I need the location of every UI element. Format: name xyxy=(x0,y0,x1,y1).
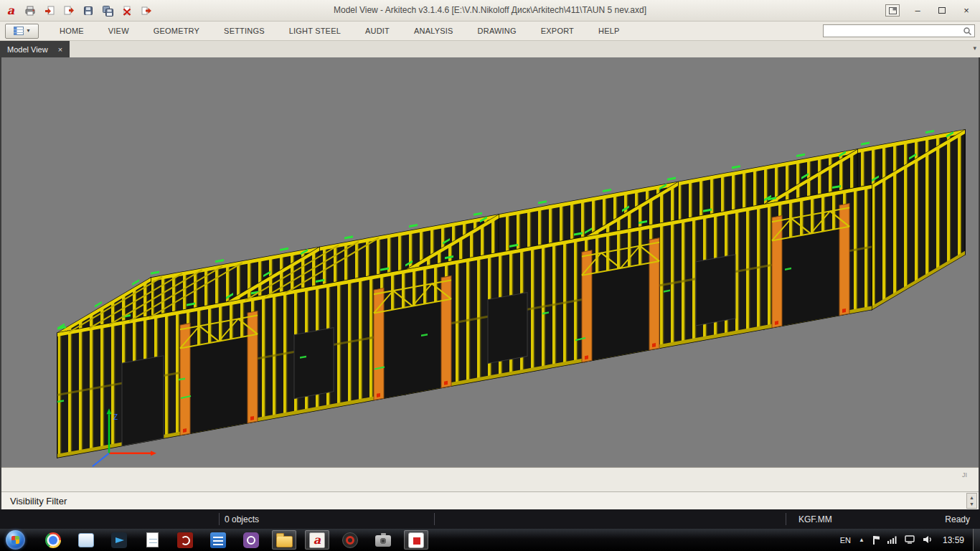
menu-item-light-steel[interactable]: LIGHT STEEL xyxy=(277,22,353,40)
status-object-count: 0 objects xyxy=(225,514,259,524)
menu-item-export[interactable]: EXPORT xyxy=(529,22,586,40)
export-file-icon[interactable] xyxy=(62,4,75,17)
arkitech-icon[interactable] xyxy=(305,530,329,550)
quick-access-toolbar: a xyxy=(4,4,153,17)
tab-model-view[interactable]: Model View × xyxy=(0,41,70,57)
folder-icon[interactable] xyxy=(272,530,296,550)
menu-item-help[interactable]: HELP xyxy=(586,22,632,40)
model-viewport[interactable]: Z xyxy=(1,57,979,467)
delete-icon[interactable] xyxy=(121,4,133,17)
camera-icon[interactable] xyxy=(371,530,395,550)
viber-icon[interactable] xyxy=(239,530,263,550)
search-icon[interactable] xyxy=(963,27,972,36)
tab-list-chevron-icon[interactable]: ▾ xyxy=(973,44,976,52)
status-ready: Ready xyxy=(945,514,970,524)
status-bar: 0 objects KGF.MM Ready xyxy=(0,509,980,529)
application-window: a Model View - Arkitech v3.1.4 xyxy=(0,0,980,551)
menu-items: HOME VIEW GEOMETRY SETTINGS LIGHT STEEL … xyxy=(47,22,632,40)
tab-strip: Model View × ▾ xyxy=(0,41,980,57)
visibility-filter-title[interactable]: Visibility Filter xyxy=(10,496,67,507)
maximize-icon xyxy=(938,7,946,14)
taskbar-icons xyxy=(41,530,428,550)
window-controls: – × xyxy=(885,4,973,17)
print-icon[interactable] xyxy=(24,4,37,17)
language-indicator[interactable]: EN xyxy=(840,536,851,545)
tab-label: Model View xyxy=(7,45,48,54)
action-center-flag-icon[interactable] xyxy=(872,536,880,545)
model-viewport-canvas[interactable]: Z xyxy=(1,57,979,467)
menu-item-audit[interactable]: AUDIT xyxy=(353,22,402,40)
menu-item-analysis[interactable]: ANALYSIS xyxy=(402,22,466,40)
minimize-button[interactable]: – xyxy=(911,4,924,17)
status-separator xyxy=(219,513,220,525)
media-player-icon[interactable] xyxy=(338,530,362,550)
status-separator xyxy=(786,513,786,525)
panel-scrollbar[interactable]: ▲ ▼ xyxy=(966,493,977,509)
start-button[interactable] xyxy=(6,530,25,550)
search-input[interactable] xyxy=(824,27,963,35)
menu-bar: ▾ HOME VIEW GEOMETRY SETTINGS LIGHT STEE… xyxy=(0,22,980,41)
chevron-down-icon: ▾ xyxy=(27,28,29,34)
hidden-icons-arrow[interactable]: ▲ xyxy=(859,537,864,543)
network-icon[interactable] xyxy=(887,534,897,547)
explorer-window-icon[interactable] xyxy=(74,530,98,550)
close-button[interactable]: × xyxy=(960,4,973,17)
float-window-button[interactable] xyxy=(885,4,900,17)
monitor-icon[interactable] xyxy=(905,534,915,547)
application-menu-button[interactable]: ▾ xyxy=(5,24,39,39)
scroll-up-icon[interactable]: ▲ xyxy=(969,495,974,500)
visibility-filter-panel: Visibility Filter ▲ ▼ xyxy=(1,491,979,509)
import-file-icon[interactable] xyxy=(43,4,56,17)
show-desktop-button[interactable] xyxy=(973,529,980,551)
menu-item-settings[interactable]: SETTINGS xyxy=(212,22,277,40)
taskbar: EN ▲ 13:59 xyxy=(0,529,980,551)
menu-item-view[interactable]: VIEW xyxy=(96,22,141,40)
pdf-reader-icon[interactable] xyxy=(173,530,197,550)
status-separator xyxy=(434,513,435,525)
chrome-icon[interactable] xyxy=(41,530,65,550)
bottom-panel: JI xyxy=(1,467,979,491)
document-frame: Z JI Visibility Filter ▲ ▼ xyxy=(0,57,980,509)
menu-item-home[interactable]: HOME xyxy=(47,22,96,40)
volume-icon[interactable] xyxy=(923,534,933,547)
export-icon[interactable] xyxy=(140,4,153,17)
table-grid-icon xyxy=(14,27,24,35)
arkitech-logo-icon[interactable]: a xyxy=(4,4,17,17)
blue-app-icon[interactable] xyxy=(206,530,230,550)
window-title: Model View - Arkitech v3.1.4.6 [E:\V.N.N… xyxy=(158,5,822,15)
save-all-icon[interactable] xyxy=(101,4,114,17)
system-tray: EN ▲ 13:59 xyxy=(840,534,973,547)
tab-close-icon[interactable]: × xyxy=(58,45,62,54)
red-app-icon[interactable] xyxy=(404,530,428,550)
menu-item-drawing[interactable]: DRAWING xyxy=(466,22,529,40)
save-icon[interactable] xyxy=(82,4,95,17)
document-icon[interactable] xyxy=(140,530,164,550)
title-bar: a Model View - Arkitech v3.1.4 xyxy=(0,0,980,22)
clock[interactable]: 13:59 xyxy=(943,535,964,545)
axis-label: Z xyxy=(113,413,118,421)
telegram-icon[interactable] xyxy=(107,530,131,550)
menu-item-geometry[interactable]: GEOMETRY xyxy=(141,22,212,40)
panel-handle[interactable]: JI xyxy=(962,471,967,479)
maximize-button[interactable] xyxy=(936,4,948,17)
search-box xyxy=(823,24,975,37)
status-units[interactable]: KGF.MM xyxy=(798,514,832,524)
scroll-down-icon[interactable]: ▼ xyxy=(969,501,974,507)
